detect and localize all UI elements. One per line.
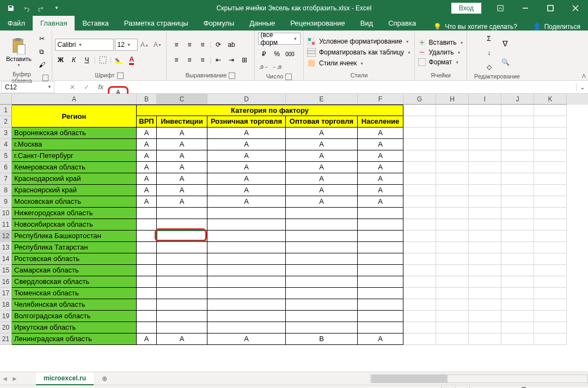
cell[interactable] <box>534 242 567 253</box>
cell[interactable] <box>534 185 567 196</box>
cell[interactable] <box>436 242 469 253</box>
font-color-icon[interactable]: А <box>126 54 138 66</box>
cell[interactable] <box>157 219 207 231</box>
expand-formula-bar-icon[interactable]: ⌄ <box>576 83 588 91</box>
increase-decimal-icon[interactable]: ,0→ <box>258 61 270 73</box>
row-header[interactable]: 15 <box>0 265 12 276</box>
cell[interactable] <box>501 208 534 219</box>
cell[interactable] <box>286 208 358 219</box>
cell[interactable]: Кемеровская область <box>12 162 137 173</box>
cell[interactable]: A <box>286 185 358 196</box>
delete-cells-button[interactable]: Удалить▼ <box>417 48 462 57</box>
cell[interactable] <box>501 276 534 288</box>
cell[interactable]: Инвестиции <box>157 116 207 128</box>
cell[interactable] <box>358 322 403 334</box>
row-header[interactable]: 21 <box>0 334 12 345</box>
cell[interactable]: Иркутская область <box>12 322 137 334</box>
tab-nav-next-icon[interactable]: ► <box>10 375 20 383</box>
column-header[interactable]: B <box>137 94 157 105</box>
cell[interactable]: Республика Башкортостан <box>12 231 137 242</box>
cell[interactable]: A <box>157 162 207 173</box>
cell[interactable] <box>436 265 469 276</box>
format-painter-icon[interactable]: 🖌 <box>36 59 48 71</box>
cell[interactable] <box>501 150 534 162</box>
cell[interactable] <box>501 162 534 173</box>
row-header[interactable]: 9 <box>0 196 12 208</box>
cell[interactable] <box>534 299 567 311</box>
row-header[interactable]: 2 <box>0 116 12 128</box>
cell[interactable] <box>286 299 358 311</box>
cell[interactable] <box>403 288 436 299</box>
cell[interactable]: A <box>207 196 286 208</box>
cell[interactable] <box>403 105 436 116</box>
column-header[interactable]: D <box>207 94 286 105</box>
cell[interactable] <box>501 116 534 128</box>
cell[interactable]: A <box>286 139 358 150</box>
cell[interactable]: Нижегородская область <box>12 208 137 219</box>
cell[interactable] <box>501 185 534 196</box>
cell[interactable] <box>534 208 567 219</box>
cell[interactable] <box>358 231 403 242</box>
tab-insert[interactable]: Вставка <box>75 16 116 31</box>
cell[interactable]: A <box>137 173 157 185</box>
tab-help[interactable]: Справка <box>381 16 424 31</box>
cell[interactable] <box>469 219 501 231</box>
cell[interactable] <box>403 162 436 173</box>
cell[interactable]: Ростовская область <box>12 253 137 265</box>
row-header[interactable]: 6 <box>0 162 12 173</box>
cell[interactable] <box>436 208 469 219</box>
cell[interactable] <box>137 299 157 311</box>
cells-grid[interactable]: Категория по факторуРегионВРПИнвестицииР… <box>12 105 588 372</box>
cell[interactable] <box>286 288 358 299</box>
cell[interactable]: A <box>137 162 157 173</box>
share-button[interactable]: 👤 Поделиться <box>533 23 580 31</box>
cell[interactable] <box>469 173 501 185</box>
cell[interactable] <box>403 322 436 334</box>
cell[interactable] <box>157 253 207 265</box>
cell[interactable] <box>436 334 469 345</box>
cell[interactable] <box>137 242 157 253</box>
cell[interactable]: A <box>157 128 207 139</box>
cell[interactable] <box>157 322 207 334</box>
cell[interactable] <box>207 322 286 334</box>
column-header[interactable]: F <box>358 94 403 105</box>
cell[interactable]: Самарская область <box>12 265 137 276</box>
cut-icon[interactable]: ✂ <box>36 33 48 45</box>
cell[interactable]: A <box>207 185 286 196</box>
cell[interactable] <box>534 173 567 185</box>
row-header[interactable]: 1 <box>0 105 12 116</box>
cell[interactable] <box>207 288 286 299</box>
cell[interactable]: A <box>358 150 403 162</box>
cell[interactable] <box>436 311 469 322</box>
cell[interactable] <box>403 276 436 288</box>
cell[interactable] <box>501 219 534 231</box>
align-top-icon[interactable]: ≡ <box>170 39 182 51</box>
cell[interactable] <box>157 276 207 288</box>
align-center-icon[interactable]: ≡ <box>183 54 195 66</box>
cell[interactable]: Категория по фактору <box>137 105 403 116</box>
cell[interactable] <box>358 299 403 311</box>
collapse-ribbon-icon[interactable]: ᐱ <box>582 73 586 79</box>
tab-review[interactable]: Рецензирование <box>283 16 352 31</box>
undo-icon[interactable] <box>20 2 33 15</box>
number-dialog-launcher[interactable] <box>285 74 292 80</box>
cell[interactable] <box>436 173 469 185</box>
cell[interactable] <box>157 311 207 322</box>
cell[interactable] <box>403 173 436 185</box>
cell[interactable] <box>534 311 567 322</box>
cell[interactable] <box>534 265 567 276</box>
cell[interactable] <box>469 105 501 116</box>
align-bottom-icon[interactable]: ≡ <box>197 39 209 51</box>
qat-customize-icon[interactable]: ▼ <box>50 2 63 15</box>
conditional-formatting-button[interactable]: Условное форматирование▼ <box>306 37 411 46</box>
cell[interactable]: Тюменская область <box>12 288 137 299</box>
cell[interactable]: A <box>207 173 286 185</box>
column-header[interactable]: C <box>157 94 207 105</box>
cell[interactable] <box>469 311 501 322</box>
wrap-text-icon[interactable]: ab <box>225 39 237 51</box>
cell[interactable] <box>469 276 501 288</box>
cell[interactable] <box>501 105 534 116</box>
cell[interactable]: A <box>157 196 207 208</box>
font-size-combo[interactable]: 12▼ <box>115 39 138 51</box>
copy-icon[interactable]: ⧉ <box>36 46 48 58</box>
